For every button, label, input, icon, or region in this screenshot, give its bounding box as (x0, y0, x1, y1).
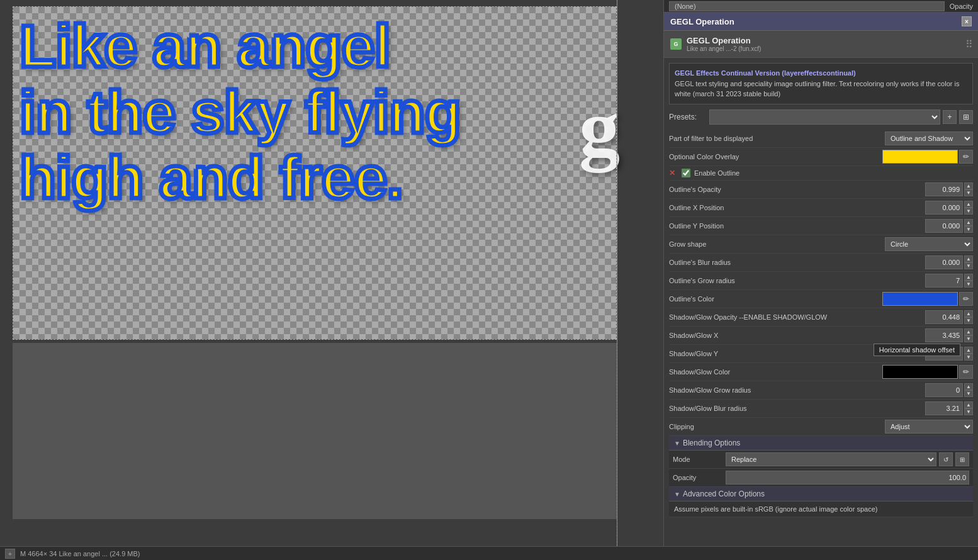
shadow-color-edit-btn[interactable]: ✏ (959, 365, 973, 379)
shadow-color-label: Shadow/Glow Color (669, 368, 882, 376)
shadow-opacity-down[interactable]: ▼ (964, 317, 973, 324)
shadow-blur-down[interactable]: ▼ (964, 408, 973, 415)
outline-grow-up[interactable]: ▲ (964, 274, 973, 281)
shadow-blur-value: 3.21 (925, 401, 963, 415)
mode-reset-btn[interactable]: ↺ (939, 452, 953, 466)
canvas-text: Like an angel in the sky flying g high a… (13, 7, 616, 217)
advanced-section-header: ▼ Advanced Color Options (669, 487, 973, 501)
shadow-x-spinners: ▲ ▼ (964, 328, 973, 342)
optional-color-row: Optional Color Overlay ✏ (669, 148, 973, 166)
shadow-y-tooltip: Horizontal shadow offset (874, 344, 960, 356)
enable-outline-x: ✕ (669, 169, 675, 177)
outline-blur-spinners: ▲ ▼ (964, 255, 973, 269)
shadow-grow-label: Shadow/Glow Grow radius (669, 386, 925, 394)
outline-x-row: Outline X Position 0.000 ▲ ▼ (669, 199, 973, 217)
presets-save-btn[interactable]: ⊞ (959, 110, 973, 124)
optional-color-edit-btn[interactable]: ✏ (959, 150, 973, 164)
outline-grow-down[interactable]: ▼ (964, 281, 973, 288)
shadow-grow-down[interactable]: ▼ (964, 390, 973, 397)
clipping-combo[interactable]: Adjust (885, 420, 973, 434)
mode-row: Mode Replace ↺ ⊞ (669, 451, 973, 469)
presets-label: Presets: (669, 113, 707, 121)
part-of-filter-row: Part of filter to be displayed Outline a… (669, 130, 973, 148)
advanced-arrow[interactable]: ▼ (674, 491, 680, 498)
info-desc: GEGL text styling and speciality image o… (675, 79, 967, 99)
shadow-x-down[interactable]: ▼ (964, 335, 973, 342)
shadow-y-row: Shadow/Glow Y ▲ ▼ Horizontal shadow offs… (669, 345, 973, 363)
main-area: Like an angel in the sky flying g high a… (0, 0, 978, 546)
text-line3: high and free. (20, 144, 403, 211)
info-title: GEGL Effects Continual Version (layereff… (675, 69, 967, 78)
clipping-row: Clipping Adjust (669, 418, 973, 436)
none-combo[interactable]: (None) (669, 1, 945, 11)
enable-outline-label: Enable Outline (694, 169, 739, 177)
shadow-opacity-up[interactable]: ▲ (964, 310, 973, 317)
outline-blur-down[interactable]: ▼ (964, 262, 973, 269)
text-line2: in the sky flying (20, 79, 461, 145)
outline-opacity-up[interactable]: ▲ (964, 182, 973, 189)
outline-x-up[interactable]: ▲ (964, 201, 973, 208)
optional-color-swatch[interactable] (882, 150, 958, 164)
outline-color-edit-btn[interactable]: ✏ (959, 292, 973, 306)
vertical-line (617, 0, 617, 546)
outline-grow-value: 7 (925, 274, 963, 288)
part-of-filter-combo[interactable]: Outline and Shadow (885, 132, 973, 145)
shadow-grow-spinners: ▲ ▼ (964, 383, 973, 397)
gegl-header-sub: Like an angel ...-2 (fun.xcf) (687, 45, 960, 52)
blending-label: Blending Options (683, 439, 740, 447)
outline-opacity-row: Outline's Opacity 0.999 ▲ ▼ (669, 181, 973, 199)
shadow-color-swatch[interactable] (882, 365, 958, 379)
right-panel: (None) Opacity GEGL Operation × G GEGL O… (663, 0, 978, 546)
optional-color-label: Optional Color Overlay (669, 153, 882, 160)
outline-y-up[interactable]: ▲ (964, 219, 973, 226)
scroll-container[interactable]: GEGL Effects Continual Version (layereff… (664, 58, 978, 522)
gegl-header-title: GEGL Operation (687, 36, 960, 45)
dialog-titlebar: GEGL Operation × (664, 13, 978, 31)
statusbar-expand-btn[interactable]: + (5, 549, 15, 559)
outline-blur-row: Outline's Blur radius 0.000 ▲ ▼ (669, 254, 973, 272)
outline-x-label: Outline X Position (669, 204, 925, 211)
shadow-opacity-row: Shadow/Glow Opacity --ENABLE SHADOW/GLOW… (669, 308, 973, 327)
outline-blur-label: Outline's Blur radius (669, 259, 925, 266)
blending-arrow[interactable]: ▼ (674, 440, 680, 447)
opacity-value: 100.0 (726, 471, 969, 484)
outline-color-swatch[interactable] (882, 292, 958, 306)
outline-blur-up[interactable]: ▲ (964, 255, 973, 262)
shadow-x-up[interactable]: ▲ (964, 328, 973, 335)
enable-outline-row: ✕ Enable Outline (669, 166, 973, 181)
shadow-blur-up[interactable]: ▲ (964, 401, 973, 408)
shadow-y-up[interactable]: ▲ (964, 347, 973, 354)
gegl-icon: G (670, 38, 682, 50)
grow-shape-combo[interactable]: Circle (885, 237, 973, 251)
close-button[interactable]: × (962, 16, 972, 26)
shadow-x-label: Shadow/Glow X (669, 332, 925, 339)
canvas-below (13, 343, 617, 519)
mode-extra-btn[interactable]: ⊞ (955, 452, 969, 466)
outline-opacity-down[interactable]: ▼ (964, 189, 973, 196)
statusbar: + M 4664× 34 Like an angel ... (24.9 MB) (0, 546, 978, 560)
mode-combo[interactable]: Replace (726, 452, 936, 466)
shadow-grow-up[interactable]: ▲ (964, 383, 973, 390)
outline-x-down[interactable]: ▼ (964, 208, 973, 215)
shadow-grow-value: 0 (925, 383, 963, 397)
shadow-y-spinners: ▲ ▼ (964, 347, 973, 361)
shadow-opacity-label: Shadow/Glow Opacity --ENABLE SHADOW/GLOW (669, 313, 925, 321)
shadow-y-down[interactable]: ▼ (964, 354, 973, 361)
outline-color-row: Outline's Color ✏ (669, 290, 973, 308)
enable-outline-checkbox[interactable] (682, 169, 690, 177)
opacity-label: Opacity (673, 474, 723, 481)
outline-blur-value: 0.000 (925, 255, 963, 269)
grow-shape-label: Grow shape (669, 240, 885, 248)
outline-y-row: Outline Y Position 0.000 ▲ ▼ (669, 217, 973, 235)
presets-add-btn[interactable]: + (943, 110, 957, 124)
opacity-label: Opacity (950, 3, 973, 10)
outline-y-value: 0.000 (925, 219, 963, 233)
outline-y-down[interactable]: ▼ (964, 226, 973, 233)
outline-opacity-value: 0.999 (925, 182, 963, 196)
shadow-x-value: 3.435 (925, 328, 963, 342)
shadow-grow-row: Shadow/Glow Grow radius 0 ▲ ▼ (669, 381, 973, 400)
top-strip: (None) Opacity (664, 0, 978, 13)
checkerboard: Like an angel in the sky flying g high a… (13, 6, 617, 340)
presets-combo[interactable] (709, 109, 940, 125)
dialog-title: GEGL Operation (670, 17, 734, 26)
